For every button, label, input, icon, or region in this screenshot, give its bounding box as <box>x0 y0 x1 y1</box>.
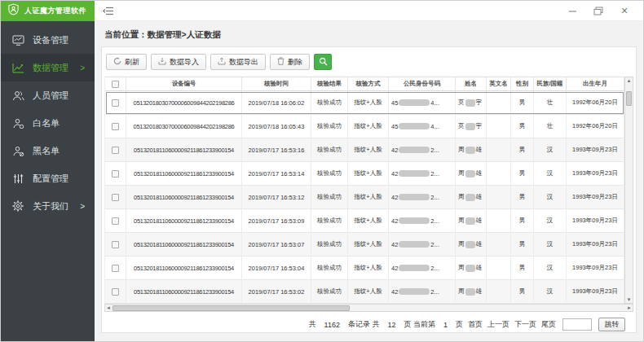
horizontal-scrollbar[interactable]: ◄ ► <box>104 304 633 312</box>
page-jump-input[interactable] <box>562 318 592 331</box>
sidebar-item-personnel-management[interactable]: 人员管理 <box>1 81 95 109</box>
column-header-ethnicity[interactable]: 民族/国籍 <box>534 77 567 91</box>
table-row[interactable]: 05132018110600009211861233900154 2019/07… <box>105 256 624 280</box>
device-no-cell: 05132018110600009211861233900154 <box>126 280 242 304</box>
verify-result-cell: 核验成功 <box>311 91 348 115</box>
verify-result-cell: 核验成功 <box>311 280 348 304</box>
english-name-cell <box>487 186 511 209</box>
row-checkbox[interactable] <box>112 147 119 154</box>
maximize-icon[interactable] <box>593 5 604 16</box>
table-row[interactable]: 05132018110600009211861233900154 2019/07… <box>105 162 624 186</box>
pagination-bar: 共 1162 条记录 共 12 页 当前第 1 页 首页 上一页 下一页 尾页 … <box>104 312 633 332</box>
birth-date-cell: 1992年06月20日 <box>567 115 624 138</box>
citizen-id-cell: 422... <box>389 138 456 162</box>
verify-time-cell: 2019/07/17 16:53:07 <box>242 233 311 256</box>
redaction-blur <box>465 241 475 248</box>
column-header-citizen-id[interactable]: 公民身份号码 <box>389 77 456 91</box>
select-all-checkbox[interactable] <box>112 81 119 88</box>
row-checkbox[interactable] <box>112 288 119 296</box>
birth-date-cell: 1993年09月23日 <box>567 256 624 280</box>
close-icon[interactable]: × <box>619 5 630 16</box>
verify-method-cell: 指纹+人脸 <box>348 91 389 115</box>
data-import-button[interactable]: 数据导入 <box>151 54 206 70</box>
sidebar-item-config-management[interactable]: 配置管理 <box>1 164 95 192</box>
sidebar-item-about-us[interactable]: 关于我们 > <box>1 192 95 220</box>
verify-method-cell: 指纹+人脸 <box>348 115 389 138</box>
device-no-cell: 05132018110600009211861233900154 <box>126 209 242 233</box>
sidebar-item-label: 关于我们 <box>33 200 68 213</box>
sidebar-item-whitelist[interactable]: 白名单 <box>1 109 95 137</box>
english-name-cell <box>487 233 511 256</box>
birth-date-cell: 1993年09月23日 <box>567 209 624 233</box>
citizen-id-cell: 422... <box>389 209 456 233</box>
table-row[interactable]: 05132018030700006009844202198286 2019/07… <box>105 115 624 138</box>
table-body: 05132018030700006009844202198286 2019/07… <box>105 91 624 304</box>
bottom-margin <box>95 333 643 342</box>
gear-icon <box>11 200 25 212</box>
sidebar-item-label: 白名单 <box>33 117 60 129</box>
sidebar-collapse-icon[interactable] <box>103 7 113 15</box>
ethnicity-cell: 汉 <box>534 256 567 280</box>
column-header-name[interactable]: 姓名 <box>456 77 487 91</box>
horizontal-scroll-thumb[interactable] <box>112 305 350 311</box>
citizen-id-cell: 422... <box>389 256 456 280</box>
column-header-birth-date[interactable]: 出生年月 <box>567 77 624 91</box>
data-export-button[interactable]: 数据导出 <box>210 54 266 70</box>
table-row[interactable]: 05132018030700006009844202198286 2019/07… <box>105 91 624 115</box>
gender-cell: 男 <box>511 209 534 233</box>
scroll-down-icon[interactable]: ▼ <box>627 297 632 302</box>
sidebar-item-device-management[interactable]: 设备管理 <box>1 26 95 54</box>
english-name-cell <box>487 138 511 162</box>
refresh-button[interactable]: 刷新 <box>106 54 147 70</box>
column-header-verify-method[interactable]: 核验方式 <box>348 77 389 91</box>
minimize-icon[interactable] <box>567 5 578 16</box>
column-header-english-name[interactable]: 英文名 <box>487 77 511 91</box>
data-table: 设备编号 核验时间 核验结果 核验方式 公民身份号码 姓名 英文名 性别 民族/… <box>104 77 633 304</box>
sidebar-item-label: 黑名单 <box>33 145 60 157</box>
row-checkbox[interactable] <box>112 123 119 130</box>
verify-time-cell: 2019/07/17 16:53:16 <box>242 138 311 162</box>
column-header-verify-time[interactable]: 核验时间 <box>242 77 311 91</box>
search-button[interactable] <box>314 54 332 70</box>
row-checkbox[interactable] <box>112 241 119 248</box>
last-page-link[interactable]: 尾页 <box>541 319 556 330</box>
gender-cell: 男 <box>511 256 534 280</box>
gender-cell: 男 <box>511 115 534 138</box>
table-row[interactable]: 05132018110600009211861233900154 2019/07… <box>105 186 624 209</box>
column-header-verify-result[interactable]: 核验结果 <box>311 77 348 91</box>
table-row[interactable]: 05132018110600009211861233900154 2019/07… <box>105 233 624 256</box>
person-blacklist-icon <box>11 146 25 156</box>
sidebar-item-blacklist[interactable]: 黑名单 <box>1 137 95 164</box>
ethnicity-cell: 汉 <box>534 233 567 256</box>
jump-button[interactable]: 跳转 <box>598 318 625 331</box>
verify-method-cell: 指纹+人脸 <box>348 209 389 233</box>
table-row[interactable]: 05132018110600009211861233900154 2019/07… <box>105 209 624 233</box>
sidebar-item-data-management[interactable]: 数据管理 > <box>1 54 95 81</box>
ethnicity-cell: 壮 <box>534 115 567 138</box>
first-page-link[interactable]: 首页 <box>468 319 483 330</box>
verify-time-cell: 2019/07/17 16:53:02 <box>242 280 311 304</box>
column-header-gender[interactable]: 性别 <box>511 77 534 91</box>
scroll-right-icon[interactable]: ► <box>627 305 632 310</box>
redaction-blur <box>399 194 430 200</box>
english-name-cell <box>487 209 511 233</box>
row-checkbox[interactable] <box>112 265 119 272</box>
row-checkbox[interactable] <box>112 194 119 201</box>
verify-time-cell: 2019/07/17 16:53:12 <box>242 186 311 209</box>
sliders-icon <box>11 173 25 184</box>
column-header-device-no[interactable]: 设备编号 <box>126 77 242 91</box>
row-checkbox[interactable] <box>112 217 119 225</box>
english-name-cell <box>487 91 511 115</box>
table-row[interactable]: 05132018110600009211861233900154 2019/07… <box>105 138 624 162</box>
birth-date-cell: 1992年06月20日 <box>567 91 624 115</box>
vertical-scroll-thumb[interactable] <box>626 91 632 106</box>
next-page-link[interactable]: 下一页 <box>514 319 536 330</box>
row-checkbox[interactable] <box>112 99 119 107</box>
chevron-right-icon: > <box>80 64 85 72</box>
delete-button[interactable]: 删除 <box>270 54 310 70</box>
table-row[interactable]: 05132018110600009211861233900154 2019/07… <box>105 280 624 304</box>
prev-page-link[interactable]: 上一页 <box>487 319 509 330</box>
sidebar: 设备管理 数据管理 > <box>1 21 95 342</box>
vertical-scrollbar[interactable]: ▲ ▼ <box>624 77 633 304</box>
row-checkbox[interactable] <box>112 170 119 178</box>
